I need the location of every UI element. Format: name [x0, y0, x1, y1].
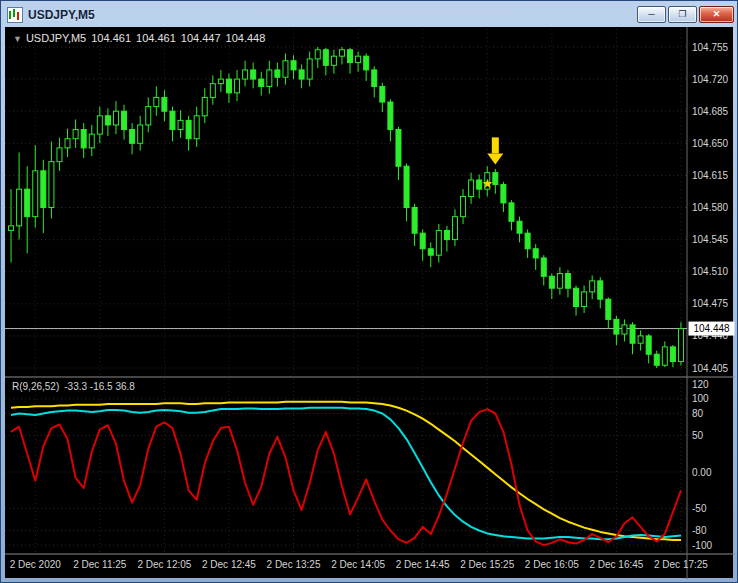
svg-text:2 Dec 14:05: 2 Dec 14:05 [331, 559, 385, 570]
indicator-name: R(9,26,52) [12, 381, 59, 392]
svg-text:2 Dec 11:25: 2 Dec 11:25 [73, 559, 127, 570]
svg-text:104.755: 104.755 [692, 42, 729, 53]
ohlc-header: ▼USDJPY,M5104.461104.461104.447104.448 [13, 32, 265, 44]
low-value: 104.447 [181, 32, 221, 44]
chart-client-area: 104.755104.720104.685104.650104.615104.5… [5, 27, 733, 578]
svg-text:80: 80 [692, 408, 704, 419]
high-value: 104.461 [136, 32, 176, 44]
svg-text:2 Dec 12:05: 2 Dec 12:05 [137, 559, 191, 570]
oscillator-line-slow [11, 402, 681, 540]
svg-text:0.00: 0.00 [692, 467, 712, 478]
price-axis[interactable]: 104.755104.720104.685104.650104.615104.5… [689, 42, 735, 374]
close-button[interactable]: ✕ [699, 6, 734, 23]
svg-text:104.510: 104.510 [692, 266, 729, 277]
grid-lines [5, 29, 687, 552]
svg-text:2 Dec 15:25: 2 Dec 15:25 [460, 559, 514, 570]
oscillator-line-medium [11, 408, 681, 540]
restore-button[interactable]: ❐ [668, 6, 697, 23]
svg-text:2 Dec 12:45: 2 Dec 12:45 [202, 559, 256, 570]
svg-text:104.545: 104.545 [692, 234, 729, 245]
oscillator-lines [11, 402, 681, 545]
oscillator-line-fast [11, 409, 681, 545]
close-value: 104.448 [226, 32, 266, 44]
open-value: 104.461 [91, 32, 131, 44]
svg-text:100: 100 [692, 393, 709, 404]
svg-text:-50: -50 [692, 503, 707, 514]
chart-canvas[interactable]: 104.755104.720104.685104.650104.615104.5… [5, 27, 735, 579]
svg-text:2 Dec 2020: 2 Dec 2020 [10, 559, 62, 570]
indicator-values: -33.3 -16.5 36.8 [64, 381, 135, 392]
svg-text:104.475: 104.475 [692, 298, 729, 309]
svg-text:104.685: 104.685 [692, 106, 729, 117]
svg-text:104.405: 104.405 [692, 363, 729, 374]
indicator-axis[interactable]: 12010080500.00-50-80-100 [692, 379, 712, 551]
svg-text:2 Dec 16:45: 2 Dec 16:45 [589, 559, 643, 570]
indicator-header: R(9,26,52)-33.3 -16.5 36.8 [12, 381, 135, 392]
symbol-label: USDJPY,M5 [26, 32, 86, 44]
chart-window-icon [7, 7, 23, 23]
svg-text:120: 120 [692, 379, 709, 390]
svg-text:104.448: 104.448 [693, 323, 730, 334]
mt4-chart-window: USDJPY,M5 ─ ❐ ✕ 104.755104.720104.685104… [0, 0, 738, 583]
window-controls: ─ ❐ ✕ [637, 6, 734, 23]
svg-text:2 Dec 14:45: 2 Dec 14:45 [396, 559, 450, 570]
star-icon: ★ [481, 176, 493, 191]
svg-text:2 Dec 17:25: 2 Dec 17:25 [654, 559, 708, 570]
time-axis[interactable]: 2 Dec 20202 Dec 11:252 Dec 12:052 Dec 12… [10, 559, 709, 570]
svg-text:2 Dec 16:05: 2 Dec 16:05 [525, 559, 579, 570]
title-bar[interactable]: USDJPY,M5 ─ ❐ ✕ [1, 1, 737, 26]
panel-separators[interactable] [5, 27, 735, 579]
svg-text:-100: -100 [692, 540, 712, 551]
svg-text:104.615: 104.615 [692, 170, 729, 181]
svg-text:104.580: 104.580 [692, 202, 729, 213]
svg-text:104.720: 104.720 [692, 74, 729, 85]
svg-text:2 Dec 13:25: 2 Dec 13:25 [267, 559, 321, 570]
window-title: USDJPY,M5 [28, 8, 95, 22]
svg-text:-80: -80 [692, 525, 707, 536]
down-arrow-icon [487, 153, 503, 164]
collapse-chevron-icon[interactable]: ▼ [13, 34, 22, 44]
svg-text:50: 50 [692, 430, 704, 441]
svg-text:104.650: 104.650 [692, 138, 729, 149]
minimize-button[interactable]: ─ [637, 6, 666, 23]
signal-annotations: ★ [481, 137, 503, 190]
down-arrow-shaft [492, 137, 499, 153]
